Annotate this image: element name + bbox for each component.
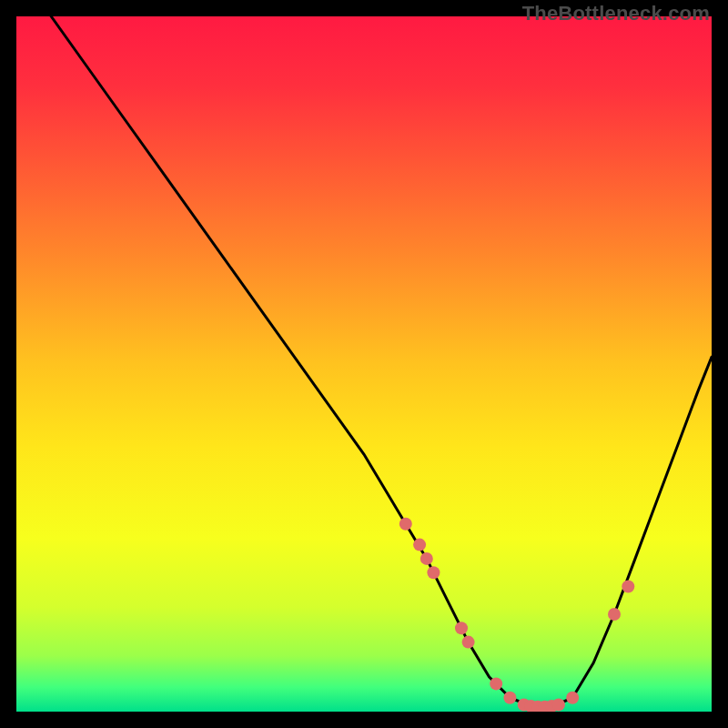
gradient-background [16, 16, 712, 712]
marker-point [552, 698, 565, 711]
chart-frame [16, 16, 712, 712]
marker-point [503, 692, 516, 704]
marker-point [622, 581, 634, 593]
marker-point [420, 552, 433, 565]
marker-point [608, 608, 621, 621]
marker-point [427, 566, 440, 579]
marker-point [566, 692, 579, 704]
marker-point [455, 622, 468, 634]
bottleneck-chart [16, 16, 712, 712]
watermark-text: TheBottleneck.com [522, 2, 710, 25]
marker-point [399, 518, 412, 531]
marker-point [462, 636, 475, 649]
marker-point [490, 677, 502, 690]
marker-point [413, 539, 426, 551]
